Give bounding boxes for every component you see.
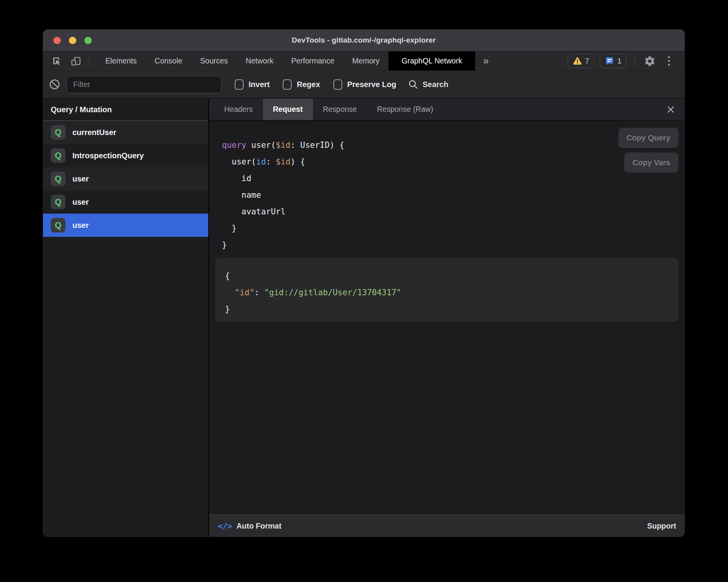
close-window-button[interactable] [53,37,61,44]
copy-query-button[interactable]: Copy Query [618,128,678,148]
network-filter-bar: Invert Regex Preserve Log Search [43,71,685,99]
device-toolbar-icon [70,56,82,67]
request-body: query user($id: UserID) { user(id: $id) … [209,121,685,515]
close-panel-button[interactable] [664,99,678,120]
window-title: DevTools - gitlab.com/-/graphql-explorer [292,36,436,45]
preserve-log-checkbox[interactable] [333,79,342,90]
toolbar-separator [635,56,635,66]
more-options-button[interactable] [662,55,675,68]
close-icon [666,105,675,114]
block-requests-button[interactable] [48,78,61,91]
zoom-window-button[interactable] [84,37,92,44]
more-tabs-button[interactable]: » [475,51,496,70]
message-icon [605,57,614,65]
kebab-menu-icon [668,56,670,66]
code-line: } [222,237,344,253]
query-sidebar: Query / Mutation QcurrentUserQIntrospect… [43,99,209,537]
devtools-tab-console[interactable]: Console [146,51,191,70]
query-list-item[interactable]: QIntrospectionQuery [43,144,208,167]
preserve-log-label: Preserve Log [347,80,397,89]
invert-checkbox-group[interactable]: Invert [235,79,270,90]
toolbar-separator [89,56,89,66]
auto-format-button[interactable]: </> Auto Format [218,521,282,531]
search-button[interactable]: Search [408,79,448,90]
code-brackets-icon: </> [218,521,232,531]
inspect-cursor-icon [52,56,62,67]
double-chevron-icon: » [483,55,489,67]
title-bar: DevTools - gitlab.com/-/graphql-explorer [43,29,685,51]
query-list: QcurrentUserQIntrospectionQueryQuserQuse… [43,121,208,537]
detail-tab-response-raw[interactable]: Response (Raw) [367,99,443,120]
query-name-label: user [72,175,89,183]
detail-tab-response[interactable]: Response [313,99,367,120]
query-type-badge: Q [51,218,65,233]
search-label: Search [422,80,448,89]
query-type-badge: Q [51,148,65,163]
code-line: query user($id: UserID) { [222,137,344,154]
code-line: user(id: $id) { [222,154,344,170]
gear-icon [644,55,656,67]
toggle-device-toolbar-button[interactable] [70,55,82,67]
invert-checkbox[interactable] [235,79,244,90]
devtools-tab-elements[interactable]: Elements [96,51,146,70]
devtools-toolbar: ElementsConsoleSourcesNetworkPerformance… [43,51,685,71]
code-line: name [222,187,344,204]
devtools-tab-memory[interactable]: Memory [343,51,388,70]
graphql-query-code: query user($id: UserID) { user(id: $id) … [222,137,344,253]
code-line: id [222,170,344,187]
query-list-item[interactable]: Quser [43,167,208,190]
query-list-item[interactable]: Quser [43,214,208,237]
regex-checkbox[interactable] [283,79,292,90]
issues-badge[interactable]: 1 [600,54,627,68]
inspect-element-button[interactable] [51,55,63,67]
query-name-label: IntrospectionQuery [72,151,144,160]
query-list-item[interactable]: Quser [43,190,208,214]
devtools-window: DevTools - gitlab.com/-/graphql-explorer [43,29,685,537]
query-list-item[interactable]: QcurrentUser [43,121,208,144]
devtools-tab-graphql-network[interactable]: GraphQL Network [388,51,475,70]
query-variables-box: { "id": "gid://gitlab/User/13704317"} [215,258,678,322]
warnings-count: 7 [585,57,589,65]
code-line: } [225,301,678,318]
support-link[interactable]: Support [647,522,676,531]
copy-vars-button[interactable]: Copy Vars [624,152,678,173]
query-type-badge: Q [51,125,65,140]
detail-tab-headers[interactable]: Headers [214,99,263,120]
regex-label: Regex [297,80,320,89]
query-name-label: user [72,221,89,230]
warning-triangle-icon [573,57,582,65]
code-line: avatarUrl [222,204,344,220]
devtools-tab-sources[interactable]: Sources [191,51,237,70]
devtools-tab-network[interactable]: Network [237,51,282,70]
sidebar-header: Query / Mutation [43,99,208,121]
query-type-badge: Q [51,171,65,186]
traffic-lights [53,29,92,51]
code-line: "id": "gid://gitlab/User/13704317" [225,284,678,301]
search-icon [408,79,419,90]
query-name-label: user [72,198,89,207]
code-line: } [222,220,344,237]
panel-footer: </> Auto Format Support [209,515,685,537]
invert-label: Invert [249,80,270,89]
detail-tab-strip: HeadersRequestResponseResponse (Raw) [209,99,685,121]
settings-button[interactable] [643,55,656,68]
request-detail-panel: HeadersRequestResponseResponse (Raw) que… [209,99,685,537]
block-icon [48,78,61,91]
regex-checkbox-group[interactable]: Regex [283,79,320,90]
auto-format-label: Auto Format [237,522,282,531]
warnings-badge[interactable]: 7 [568,54,594,68]
query-name-label: currentUser [72,128,116,137]
filter-input[interactable] [67,76,221,93]
query-type-badge: Q [51,195,65,209]
issues-count: 1 [617,57,622,65]
preserve-log-checkbox-group[interactable]: Preserve Log [333,79,397,90]
minimize-window-button[interactable] [69,37,76,44]
devtools-tab-strip: ElementsConsoleSourcesNetworkPerformance… [96,51,475,70]
devtools-tab-performance[interactable]: Performance [282,51,343,70]
code-line: { [225,268,678,284]
detail-tab-request[interactable]: Request [263,99,313,120]
